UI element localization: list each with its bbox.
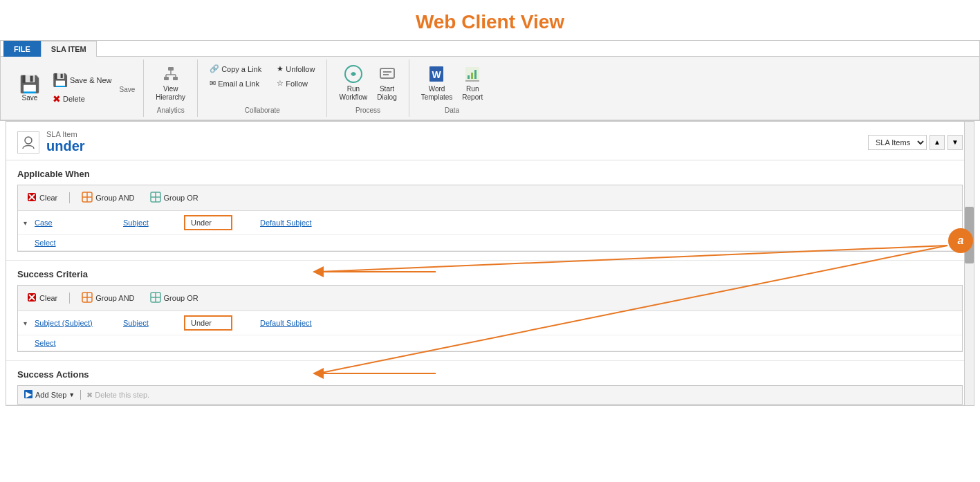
svg-rect-1 (164, 77, 169, 80)
applicable-when-operator-1[interactable]: Subject (123, 219, 178, 227)
group-and-icon-2 (82, 292, 93, 304)
run-workflow-button[interactable]: Run Workflow (335, 62, 371, 104)
success-criteria-select-link[interactable]: Select (35, 339, 56, 347)
success-criteria-title: Success Criteria (17, 269, 963, 279)
tab-sla-item[interactable]: SLA ITEM (41, 41, 97, 57)
add-step-bar: ▶ Add Step ▼ ✖ Delete this step. (17, 385, 963, 405)
annotation-circle: a (948, 228, 973, 253)
run-report-button[interactable]: Run Report (459, 62, 486, 104)
run-workflow-icon (344, 64, 363, 84)
nav-down-button[interactable]: ▼ (947, 135, 963, 150)
analytics-group-label: Analytics (157, 106, 185, 114)
success-criteria-group-and-button[interactable]: Group AND (78, 290, 138, 306)
hierarchy-icon (161, 64, 181, 84)
save-close-button[interactable]: Save & New (49, 71, 115, 90)
ribbon-group-save: Save Save & New Delete Save (6, 59, 144, 117)
toolbar-sep-2 (69, 293, 70, 304)
data-group-label: Data (445, 106, 459, 114)
success-criteria-value-1[interactable]: Under (184, 315, 232, 331)
applicable-when-default-1[interactable]: Default Subject (260, 219, 312, 227)
svg-rect-10 (383, 74, 389, 75)
record-name: under (46, 138, 85, 154)
tab-file[interactable]: FILE (3, 41, 41, 57)
success-criteria-row-1: ▾ Subject (Subject) Subject Under Defaul… (18, 311, 962, 335)
ribbon-body: Save Save & New Delete Save (1, 57, 979, 120)
add-step-button[interactable]: ▶ Add Step ▼ (24, 389, 75, 400)
clear-icon-1 (27, 192, 37, 203)
delete-step-icon: ✖ (86, 391, 93, 400)
save-icon (19, 75, 40, 94)
applicable-when-clear-button[interactable]: Clear (24, 190, 61, 205)
section-success-actions: Success Actions ▶ Add Step ▼ ✖ Delete th… (6, 361, 974, 405)
applicable-when-value-1[interactable]: Under (184, 215, 232, 230)
ribbon-group-analytics: View Hierarchy Analytics (144, 59, 198, 117)
svg-rect-2 (173, 77, 178, 80)
ribbon-group-data: W Word Templates (409, 59, 495, 117)
unfollow-button[interactable]: ★ Unfollow (273, 62, 318, 75)
start-dialog-icon (378, 64, 397, 84)
svg-rect-8 (380, 68, 394, 78)
delete-button[interactable]: Delete (49, 91, 115, 106)
word-templates-icon: W (427, 64, 446, 84)
copy-link-icon: 🔗 (210, 64, 219, 73)
success-criteria-operator-1[interactable]: Subject (123, 319, 178, 327)
applicable-when-group-or-button[interactable]: Group OR (147, 189, 202, 206)
applicable-when-field-1[interactable]: Case (35, 219, 118, 227)
svg-text:W: W (432, 69, 442, 80)
success-criteria-group-or-button[interactable]: Group OR (147, 290, 202, 306)
applicable-when-select-row: Select (18, 235, 962, 251)
success-criteria-clear-button[interactable]: Clear (24, 290, 61, 306)
success-criteria-default-1[interactable]: Default Subject (260, 319, 312, 327)
success-criteria-filter: Clear Group AND Group OR (17, 285, 963, 352)
view-hierarchy-button[interactable]: View Hierarchy (152, 62, 189, 104)
nav-controls: SLA Items ▲ ▼ (868, 135, 963, 150)
svg-rect-14 (468, 75, 470, 79)
delete-step-button[interactable]: ✖ Delete this step. (86, 391, 149, 400)
page-title: Web Client View (0, 0, 980, 40)
email-link-button[interactable]: ✉ Email a Link (206, 77, 265, 90)
process-group-label: Process (355, 106, 380, 114)
row-chevron-1[interactable]: ▾ (24, 219, 35, 227)
success-actions-title: Success Actions (17, 369, 963, 380)
success-criteria-toolbar: Clear Group AND Group OR (18, 286, 962, 311)
svg-point-18 (25, 137, 32, 144)
save-close-icon (53, 73, 68, 88)
word-templates-button[interactable]: W Word Templates (418, 62, 456, 104)
run-report-icon (463, 64, 482, 84)
star-filled-icon: ★ (277, 64, 284, 73)
add-step-separator (80, 390, 81, 400)
nav-up-button[interactable]: ▲ (930, 135, 945, 150)
ribbon-group-collaborate: 🔗 Copy a Link ✉ Email a Link ★ Unfollow (198, 59, 327, 117)
collaborate-group-label: Collaborate (245, 106, 280, 114)
section-success-criteria: Success Criteria Clear Gr (6, 261, 974, 361)
ribbon-tabs: FILE SLA ITEM (1, 41, 979, 57)
copy-link-button[interactable]: 🔗 Copy a Link (206, 62, 265, 75)
content-area: SLA Item under SLA Items ▲ ▼ Applicable … (6, 121, 974, 406)
add-step-icon: ▶ (24, 389, 33, 400)
scrollbar[interactable] (964, 122, 974, 405)
applicable-when-title: Applicable When (17, 169, 963, 179)
applicable-when-select-link[interactable]: Select (35, 239, 56, 247)
save-button[interactable]: Save (15, 71, 45, 105)
record-entity-label: SLA Item (46, 130, 85, 138)
start-dialog-button[interactable]: Start Dialog (373, 62, 400, 104)
applicable-when-row-1: ▾ Case Subject Under Default Subject (18, 211, 962, 235)
follow-button[interactable]: ☆ Follow (273, 77, 318, 90)
svg-rect-16 (474, 70, 477, 79)
star-icon: ☆ (277, 79, 284, 88)
delete-icon (53, 93, 61, 104)
success-criteria-select-row: Select (18, 335, 962, 351)
save-group-label: Save (120, 86, 136, 93)
applicable-when-filter: Clear Group AND Group OR (17, 185, 963, 252)
record-header: SLA Item under SLA Items ▲ ▼ (6, 122, 974, 160)
success-criteria-field-1[interactable]: Subject (Subject) (35, 319, 118, 327)
svg-rect-0 (168, 67, 174, 71)
record-icon (17, 131, 39, 154)
svg-rect-9 (383, 71, 391, 73)
applicable-when-group-and-button[interactable]: Group AND (78, 189, 138, 206)
email-link-icon: ✉ (210, 79, 216, 88)
row-chevron-2[interactable]: ▾ (24, 319, 35, 327)
nav-dropdown[interactable]: SLA Items (868, 135, 927, 150)
ribbon: FILE SLA ITEM Save Save & New (0, 40, 980, 121)
group-or-icon-1 (150, 192, 161, 204)
